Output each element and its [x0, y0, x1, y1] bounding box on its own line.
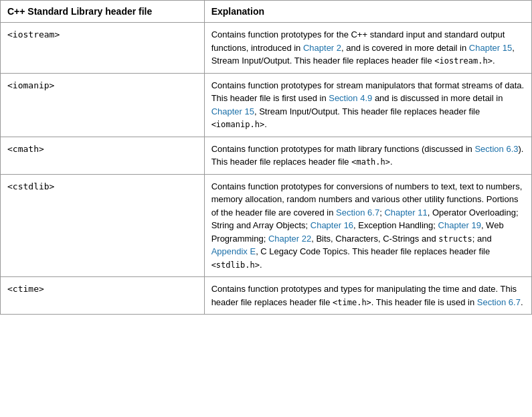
code-text: <iostream.h> [434, 56, 493, 66]
header-file-cell: <cmath> [1, 137, 205, 174]
col-header-explanation: Explanation [204, 1, 531, 23]
explanation-cell: Contains function prototypes for convers… [204, 174, 531, 277]
explanation-cell: Contains function prototypes and types f… [204, 277, 531, 315]
header-file-cell: <cstdlib> [1, 174, 205, 277]
reference-link[interactable]: Chapter 15 [211, 106, 254, 116]
reference-link[interactable]: Chapter 19 [438, 220, 481, 230]
col-header-file: C++ Standard Library header file [1, 1, 205, 23]
code-text: <stdlib.h> [211, 260, 260, 270]
reference-link[interactable]: Chapter 11 [384, 207, 427, 218]
reference-link[interactable]: Chapter 16 [311, 220, 353, 230]
reference-link[interactable]: Section 6.7 [477, 297, 521, 307]
header-file-cell: <iomanip> [1, 73, 205, 137]
reference-link[interactable]: Chapter 2 [303, 43, 341, 53]
header-file-cell: <iostream> [1, 23, 205, 74]
reference-link[interactable]: Section 6.3 [474, 144, 518, 154]
code-text: <time.h> [333, 298, 371, 307]
reference-link[interactable]: Chapter 22 [268, 234, 311, 244]
explanation-cell: Contains function prototypes for math li… [204, 137, 531, 174]
reference-link[interactable]: Appendix E [211, 246, 256, 256]
table-row: <cstdlib>Contains function prototypes fo… [1, 174, 532, 277]
reference-link[interactable]: Section 6.7 [336, 207, 379, 218]
code-text: structs [438, 234, 472, 244]
code-text: <math.h> [351, 157, 390, 167]
explanation-cell: Contains function prototypes for stream … [204, 73, 531, 137]
table-row: <iostream>Contains function prototypes f… [1, 23, 532, 74]
table-row: <cmath>Contains function prototypes for … [1, 137, 532, 174]
table-row: <iomanip>Contains function prototypes fo… [1, 73, 532, 137]
reference-link[interactable]: Chapter 15 [469, 43, 512, 53]
reference-table: C++ Standard Library header file Explana… [0, 0, 532, 315]
code-text: <iomanip.h> [211, 120, 264, 129]
table-row: <ctime>Contains function prototypes and … [1, 277, 532, 315]
explanation-cell: Contains function prototypes for the C++… [204, 23, 531, 74]
reference-link[interactable]: Section 4.9 [329, 93, 372, 103]
header-file-cell: <ctime> [1, 277, 205, 315]
